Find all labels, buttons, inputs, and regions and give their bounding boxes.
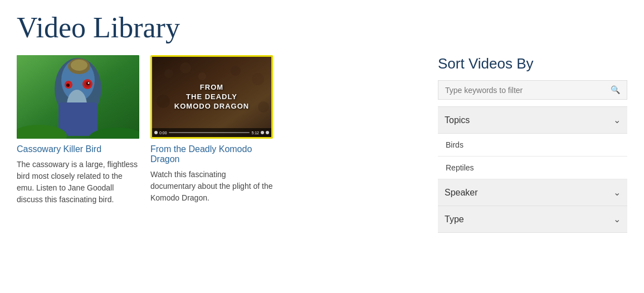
chevron-speaker-icon: ⌄ [613,187,621,198]
video-time: 0:00 [159,131,167,135]
sidebar: Sort Videos By 🔍 Topics ⌄ Birds Reptiles… [438,55,627,233]
video-controls-bar[interactable]: 0:00 5:12 [152,128,271,137]
filter-item-reptiles[interactable]: Reptiles [438,157,627,179]
play-button-icon[interactable] [154,131,158,134]
sidebar-title: Sort Videos By [438,55,627,72]
svg-point-11 [66,84,70,87]
svg-point-9 [88,82,90,84]
video-desc-cassowary: The cassowary is a large, flightless bir… [17,159,139,206]
filter-topics-label: Topics [445,115,470,125]
filter-type-label: Type [445,214,464,224]
chevron-topics-icon: ⌄ [613,115,621,125]
video-grid: Cassowary Killer Bird The cassowary is a… [17,55,416,233]
thumbnail-komodo[interactable]: FROM THE DEADLY KOMODO DRAGON 0:00 5:12 [150,55,273,139]
video-card-komodo: FROM THE DEADLY KOMODO DRAGON 0:00 5:12 … [150,55,273,204]
main-layout: Cassowary Killer Bird The cassowary is a… [17,55,627,233]
volume-icon[interactable] [261,131,264,134]
video-card-cassowary: Cassowary Killer Bird The cassowary is a… [17,55,139,206]
filter-speaker-label: Speaker [445,188,478,198]
search-icon: 🔍 [611,85,620,95]
video-title-cassowary[interactable]: Cassowary Killer Bird [17,144,139,154]
filter-section: Topics ⌄ Birds Reptiles Speaker ⌄ Type ⌄ [438,106,627,233]
chevron-type-icon: ⌄ [613,214,621,224]
page-title: Video Library [17,11,627,44]
fullscreen-icon[interactable] [266,131,269,134]
filter-item-birds[interactable]: Birds [438,134,627,157]
video-desc-komodo: Watch this fascinating documentary about… [150,169,273,204]
search-input[interactable] [445,86,611,95]
progress-bar[interactable] [169,132,250,133]
komodo-text-overlay: FROM THE DEADLY KOMODO DRAGON [158,83,266,111]
video-title-komodo[interactable]: From the Deadly Komodo Dragon [150,144,273,164]
filter-speaker-header[interactable]: Speaker ⌄ [438,179,627,206]
svg-point-13 [71,60,87,71]
filter-type-header[interactable]: Type ⌄ [438,206,627,233]
filter-topics-header[interactable]: Topics ⌄ [438,107,627,134]
video-duration: 5:12 [251,131,259,135]
search-box[interactable]: 🔍 [438,80,627,100]
thumbnail-cassowary[interactable] [17,55,139,139]
svg-rect-14 [58,102,97,136]
